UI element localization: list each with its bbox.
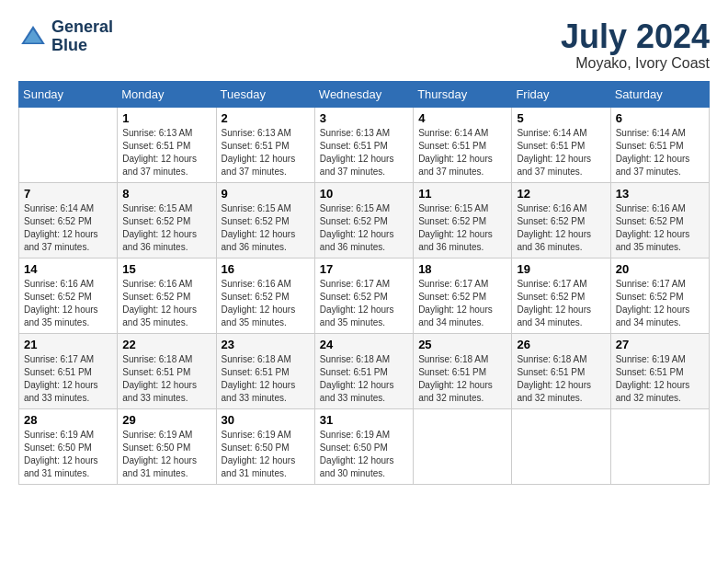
calendar-week-row: 28Sunrise: 6:19 AMSunset: 6:50 PMDayligh… (19, 408, 710, 484)
day-number: 12 (517, 187, 605, 201)
day-number: 18 (418, 262, 506, 276)
calendar-cell: 21Sunrise: 6:17 AMSunset: 6:51 PMDayligh… (19, 333, 118, 408)
column-header-saturday: Saturday (610, 81, 709, 107)
day-info: Sunrise: 6:17 AMSunset: 6:52 PMDaylight:… (616, 278, 704, 329)
day-number: 4 (418, 111, 506, 125)
calendar-cell: 27Sunrise: 6:19 AMSunset: 6:51 PMDayligh… (610, 333, 709, 408)
day-number: 24 (320, 338, 408, 351)
day-number: 7 (24, 187, 112, 201)
calendar-cell: 25Sunrise: 6:18 AMSunset: 6:51 PMDayligh… (414, 333, 512, 408)
day-info: Sunrise: 6:16 AMSunset: 6:52 PMDaylight:… (122, 278, 210, 329)
day-info: Sunrise: 6:18 AMSunset: 6:51 PMDaylight:… (122, 353, 210, 405)
day-number: 8 (122, 187, 210, 201)
day-number: 25 (418, 338, 506, 351)
calendar-cell: 30Sunrise: 6:19 AMSunset: 6:50 PMDayligh… (216, 408, 314, 484)
calendar-week-row: 7Sunrise: 6:14 AMSunset: 6:52 PMDaylight… (19, 182, 710, 258)
day-number: 2 (222, 111, 310, 125)
day-info: Sunrise: 6:15 AMSunset: 6:52 PMDaylight:… (418, 202, 506, 254)
day-info: Sunrise: 6:18 AMSunset: 6:51 PMDaylight:… (418, 353, 506, 405)
day-number: 29 (122, 413, 210, 427)
day-number: 9 (222, 187, 310, 201)
page-header: General Blue July 2024 Moyako, Ivory Coa… (18, 18, 710, 72)
day-info: Sunrise: 6:16 AMSunset: 6:52 PMDaylight:… (222, 278, 310, 329)
day-number: 1 (122, 111, 210, 125)
day-info: Sunrise: 6:18 AMSunset: 6:51 PMDaylight:… (320, 353, 408, 405)
day-info: Sunrise: 6:18 AMSunset: 6:51 PMDaylight:… (222, 353, 310, 405)
calendar-cell: 4Sunrise: 6:14 AMSunset: 6:51 PMDaylight… (414, 107, 512, 182)
calendar-cell: 20Sunrise: 6:17 AMSunset: 6:52 PMDayligh… (610, 258, 709, 333)
day-info: Sunrise: 6:15 AMSunset: 6:52 PMDaylight:… (320, 202, 408, 254)
day-info: Sunrise: 6:16 AMSunset: 6:52 PMDaylight:… (517, 202, 605, 254)
logo-text: General Blue (51, 18, 113, 55)
day-number: 17 (320, 262, 408, 276)
day-info: Sunrise: 6:17 AMSunset: 6:52 PMDaylight:… (320, 278, 408, 329)
calendar-cell: 15Sunrise: 6:16 AMSunset: 6:52 PMDayligh… (118, 258, 216, 333)
day-number: 23 (222, 338, 310, 351)
calendar-cell: 13Sunrise: 6:16 AMSunset: 6:52 PMDayligh… (610, 182, 709, 258)
day-info: Sunrise: 6:19 AMSunset: 6:50 PMDaylight:… (320, 429, 408, 480)
calendar-cell: 22Sunrise: 6:18 AMSunset: 6:51 PMDayligh… (118, 333, 216, 408)
column-header-sunday: Sunday (19, 81, 118, 107)
calendar-header-row: SundayMondayTuesdayWednesdayThursdayFrid… (19, 81, 710, 107)
calendar-cell: 2Sunrise: 6:13 AMSunset: 6:51 PMDaylight… (216, 107, 314, 182)
day-info: Sunrise: 6:16 AMSunset: 6:52 PMDaylight:… (24, 278, 112, 329)
day-number: 5 (517, 111, 605, 125)
day-info: Sunrise: 6:19 AMSunset: 6:50 PMDaylight:… (222, 429, 310, 480)
calendar-cell: 11Sunrise: 6:15 AMSunset: 6:52 PMDayligh… (414, 182, 512, 258)
calendar-cell: 26Sunrise: 6:18 AMSunset: 6:51 PMDayligh… (512, 333, 610, 408)
day-number: 20 (616, 262, 704, 276)
column-header-monday: Monday (118, 81, 216, 107)
day-info: Sunrise: 6:14 AMSunset: 6:51 PMDaylight:… (616, 127, 704, 178)
day-info: Sunrise: 6:17 AMSunset: 6:51 PMDaylight:… (24, 353, 112, 405)
calendar-cell: 31Sunrise: 6:19 AMSunset: 6:50 PMDayligh… (314, 408, 413, 484)
day-info: Sunrise: 6:13 AMSunset: 6:51 PMDaylight:… (222, 127, 310, 178)
calendar-cell: 9Sunrise: 6:15 AMSunset: 6:52 PMDaylight… (216, 182, 314, 258)
calendar-week-row: 14Sunrise: 6:16 AMSunset: 6:52 PMDayligh… (19, 258, 710, 333)
day-info: Sunrise: 6:14 AMSunset: 6:51 PMDaylight:… (418, 127, 506, 178)
calendar-cell: 18Sunrise: 6:17 AMSunset: 6:52 PMDayligh… (414, 258, 512, 333)
location: Moyako, Ivory Coast (561, 55, 710, 72)
calendar-cell: 28Sunrise: 6:19 AMSunset: 6:50 PMDayligh… (19, 408, 118, 484)
column-header-friday: Friday (512, 81, 610, 107)
calendar-cell (610, 408, 709, 484)
calendar-cell: 7Sunrise: 6:14 AMSunset: 6:52 PMDaylight… (19, 182, 118, 258)
calendar-cell: 29Sunrise: 6:19 AMSunset: 6:50 PMDayligh… (118, 408, 216, 484)
calendar-week-row: 21Sunrise: 6:17 AMSunset: 6:51 PMDayligh… (19, 333, 710, 408)
logo-icon (18, 22, 48, 52)
day-info: Sunrise: 6:18 AMSunset: 6:51 PMDaylight:… (517, 353, 605, 405)
day-info: Sunrise: 6:13 AMSunset: 6:51 PMDaylight:… (122, 127, 210, 178)
day-info: Sunrise: 6:15 AMSunset: 6:52 PMDaylight:… (122, 202, 210, 254)
day-number: 21 (24, 338, 112, 351)
calendar-cell: 19Sunrise: 6:17 AMSunset: 6:52 PMDayligh… (512, 258, 610, 333)
month-year: July 2024 (561, 18, 710, 55)
day-number: 28 (24, 413, 112, 427)
day-number: 13 (616, 187, 704, 201)
day-info: Sunrise: 6:17 AMSunset: 6:52 PMDaylight:… (418, 278, 506, 329)
calendar-table: SundayMondayTuesdayWednesdayThursdayFrid… (18, 81, 710, 485)
calendar-cell (414, 408, 512, 484)
day-number: 22 (122, 338, 210, 351)
title-block: July 2024 Moyako, Ivory Coast (561, 18, 710, 72)
calendar-cell (19, 107, 118, 182)
calendar-cell: 3Sunrise: 6:13 AMSunset: 6:51 PMDaylight… (314, 107, 413, 182)
day-info: Sunrise: 6:19 AMSunset: 6:51 PMDaylight:… (616, 353, 704, 405)
day-number: 14 (24, 262, 112, 276)
day-info: Sunrise: 6:14 AMSunset: 6:52 PMDaylight:… (24, 202, 112, 254)
calendar-cell: 8Sunrise: 6:15 AMSunset: 6:52 PMDaylight… (118, 182, 216, 258)
calendar-cell: 6Sunrise: 6:14 AMSunset: 6:51 PMDaylight… (610, 107, 709, 182)
logo-line2: Blue (51, 37, 113, 55)
calendar-cell: 14Sunrise: 6:16 AMSunset: 6:52 PMDayligh… (19, 258, 118, 333)
day-number: 19 (517, 262, 605, 276)
column-header-thursday: Thursday (414, 81, 512, 107)
day-number: 26 (517, 338, 605, 351)
calendar-cell: 17Sunrise: 6:17 AMSunset: 6:52 PMDayligh… (314, 258, 413, 333)
calendar-cell: 16Sunrise: 6:16 AMSunset: 6:52 PMDayligh… (216, 258, 314, 333)
day-info: Sunrise: 6:16 AMSunset: 6:52 PMDaylight:… (616, 202, 704, 254)
day-info: Sunrise: 6:17 AMSunset: 6:52 PMDaylight:… (517, 278, 605, 329)
day-number: 27 (616, 338, 704, 351)
calendar-week-row: 1Sunrise: 6:13 AMSunset: 6:51 PMDaylight… (19, 107, 710, 182)
calendar-cell: 12Sunrise: 6:16 AMSunset: 6:52 PMDayligh… (512, 182, 610, 258)
day-info: Sunrise: 6:14 AMSunset: 6:51 PMDaylight:… (517, 127, 605, 178)
logo-line1: General (51, 18, 113, 37)
calendar-cell (512, 408, 610, 484)
